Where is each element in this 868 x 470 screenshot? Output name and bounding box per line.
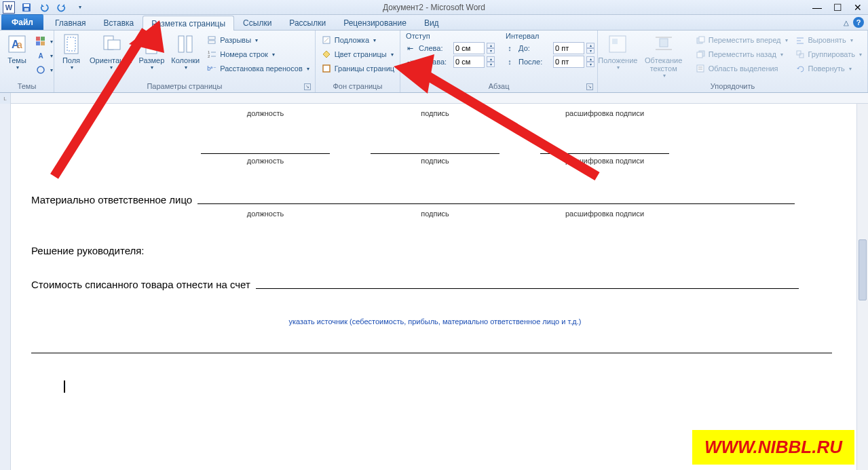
redo-button[interactable]	[54, 1, 69, 14]
tab-mailings[interactable]: Рассылки	[280, 15, 335, 30]
decision-label: Решение руководителя:	[31, 245, 846, 256]
ribbon-minimize-icon[interactable]: △	[844, 19, 849, 26]
caption-signature-3: подпись	[371, 210, 499, 218]
title-bar: W ▾ Документ2 - Microsoft Word — ☐ ✕	[0, 0, 868, 15]
hyphenation-button[interactable]: bᵃ⁻Расстановка переносов▾	[204, 62, 312, 75]
svg-rect-29	[660, 39, 668, 47]
app-logo[interactable]: W	[1, 1, 16, 14]
align-button[interactable]: Выровнять▾	[792, 33, 865, 47]
caption-position-3: должность	[201, 210, 330, 218]
columns-button[interactable]: Колонки▾	[168, 32, 202, 72]
page-color-button[interactable]: Цвет страницы▾	[318, 47, 397, 61]
spacing-after-icon: ↕	[503, 58, 516, 66]
tab-file[interactable]: Файл	[1, 14, 43, 30]
group-themes: Aa Темы ▾ ▾ A▾ ▾ Темы	[0, 31, 54, 92]
tab-references[interactable]: Ссылки	[234, 15, 280, 30]
svg-rect-19	[208, 41, 215, 43]
close-button[interactable]: ✕	[848, 0, 868, 15]
svg-rect-42	[797, 51, 801, 55]
undo-button[interactable]	[37, 1, 52, 14]
indent-heading: Отступ	[403, 32, 495, 41]
rotate-button[interactable]: Повернуть▾	[792, 62, 865, 75]
caption-position-1: должность	[201, 109, 330, 117]
vertical-ruler[interactable]	[0, 104, 11, 470]
indent-right-icon: ⇥	[403, 58, 417, 66]
indent-left-input[interactable]	[453, 42, 485, 54]
svg-rect-28	[612, 39, 618, 44]
writeoff-label: Стоимость списанного товара отнести на с…	[31, 279, 250, 290]
svg-rect-8	[36, 41, 40, 45]
ruler-corner[interactable]: L	[0, 93, 11, 104]
size-button[interactable]: Размер▾	[136, 32, 167, 72]
tab-insert[interactable]: Вставка	[95, 15, 143, 30]
svg-rect-35	[697, 52, 702, 58]
bring-forward-button[interactable]: Переместить вперед▾	[692, 33, 791, 47]
document-page[interactable]: должность подпись расшифровка подписи до…	[24, 104, 846, 393]
svg-point-10	[37, 66, 44, 73]
help-icon[interactable]: ?	[853, 17, 864, 28]
caption-position-2: должность	[201, 157, 330, 165]
group-button[interactable]: Группировать▾	[792, 47, 865, 61]
svg-rect-33	[699, 37, 704, 42]
qat-customize[interactable]: ▾	[72, 1, 87, 14]
margins-button[interactable]: Поля▾	[57, 32, 86, 72]
group-label-arrange: Упорядочить	[601, 81, 865, 92]
caption-decipher-2: расшифровка подписи	[540, 157, 669, 165]
sig-line	[201, 142, 330, 154]
minimize-button[interactable]: —	[807, 0, 827, 15]
indent-right-input[interactable]	[453, 56, 485, 68]
svg-rect-9	[41, 41, 45, 45]
full-underline	[31, 353, 832, 353]
watermark-badge: WWW.NIBBL.RU	[692, 430, 854, 465]
theme-colors-button[interactable]: ▾	[33, 35, 56, 48]
document-area: должность подпись расшифровка подписи до…	[0, 104, 868, 470]
svg-rect-17	[187, 36, 192, 52]
themes-button[interactable]: Aa Темы ▾	[3, 32, 31, 72]
group-label-paragraph: Абзац↘	[403, 81, 595, 92]
send-backward-button[interactable]: Переместить назад▾	[692, 47, 791, 61]
tab-home[interactable]: Главная	[46, 15, 95, 30]
spacing-before-spinner[interactable]: ▴▾	[586, 43, 595, 54]
ribbon: Aa Темы ▾ ▾ A▾ ▾ Темы Поля▾ Ориентация▾ …	[0, 31, 868, 93]
theme-fonts-button[interactable]: A▾	[33, 49, 56, 62]
svg-rect-1	[24, 4, 29, 7]
text-cursor	[64, 380, 65, 393]
page-borders-button[interactable]: Границы страниц	[318, 62, 397, 75]
caption-decipher-1: расшифровка подписи	[540, 109, 669, 117]
orientation-button[interactable]: Ориентация▾	[87, 32, 134, 72]
selection-pane-button[interactable]: Область выделения	[692, 62, 791, 75]
indent-right-spinner[interactable]: ▴▾	[487, 56, 495, 67]
paragraph-launcher[interactable]: ↘	[586, 83, 593, 90]
spacing-heading: Интервал	[503, 32, 595, 41]
spacing-before-input[interactable]	[553, 42, 584, 54]
tab-page-layout[interactable]: Разметка страницы	[143, 16, 234, 31]
scrollbar-thumb[interactable]	[858, 239, 867, 300]
page-setup-launcher[interactable]: ↘	[304, 83, 311, 90]
svg-rect-6	[36, 37, 40, 41]
maximize-button[interactable]: ☐	[827, 0, 848, 15]
horizontal-ruler[interactable]: L	[0, 93, 868, 104]
spacing-after-input[interactable]	[553, 56, 584, 68]
svg-rect-16	[178, 36, 184, 52]
position-button[interactable]: Положение▾	[601, 32, 635, 72]
svg-rect-15	[146, 35, 157, 54]
group-label-page-bg: Фон страницы	[318, 81, 397, 92]
ribbon-tabs: Файл Главная Вставка Разметка страницы С…	[0, 15, 868, 31]
breaks-button[interactable]: Разрывы▾	[204, 33, 312, 47]
svg-text:2: 2	[208, 54, 210, 58]
watermark-button[interactable]: Подложка▾	[318, 33, 397, 47]
responsible-label: Материально ответственное лицо	[31, 194, 192, 205]
vertical-scrollbar[interactable]	[856, 104, 868, 470]
save-button[interactable]	[19, 1, 34, 14]
wrap-text-button[interactable]: Обтекание текстом▾	[637, 32, 691, 80]
tab-review[interactable]: Рецензирование	[335, 15, 415, 30]
indent-left-spinner[interactable]: ▴▾	[487, 43, 495, 54]
svg-rect-2	[24, 8, 29, 11]
line-numbers-button[interactable]: 12Номера строк▾	[204, 47, 312, 61]
tab-view[interactable]: Вид	[415, 15, 448, 30]
group-page-setup: Поля▾ Ориентация▾ Размер▾ Колонки▾ Разры…	[54, 31, 316, 92]
window-controls: — ☐ ✕	[807, 0, 868, 15]
theme-effects-button[interactable]: ▾	[33, 63, 56, 77]
group-page-background: Подложка▾ Цвет страницы▾ Границы страниц…	[316, 31, 400, 92]
spacing-after-spinner[interactable]: ▴▾	[586, 56, 595, 67]
